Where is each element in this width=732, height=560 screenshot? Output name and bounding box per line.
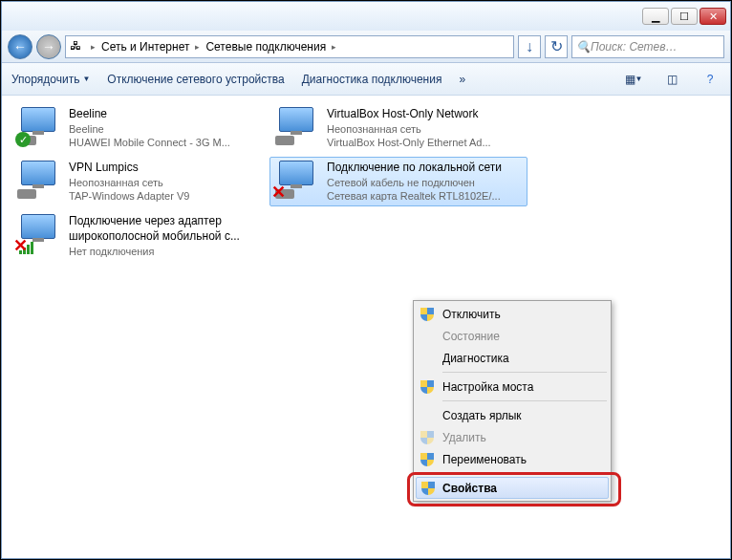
connection-sub: TAP-Windows Adapter V9 bbox=[69, 189, 266, 203]
menu-status: Состояние bbox=[416, 325, 609, 347]
connection-sub: Сетевой кабель не подключен bbox=[327, 176, 524, 189]
connection-sub: Beeline bbox=[69, 122, 266, 136]
search-input[interactable]: 🔍 Поиск: Сетев… bbox=[571, 35, 724, 58]
connection-sub: Неопознанная сеть bbox=[69, 176, 266, 189]
forward-button[interactable]: → bbox=[36, 34, 61, 59]
chevron-right-icon: ▸ bbox=[332, 42, 336, 52]
menu-properties[interactable]: Свойства bbox=[416, 477, 609, 499]
connection-sub: Нет подключения bbox=[69, 245, 266, 258]
connection-icon: ✓ bbox=[15, 107, 61, 147]
shield-icon bbox=[420, 308, 434, 321]
disable-device-button[interactable]: Отключение сетевого устройства bbox=[107, 73, 284, 86]
separator bbox=[442, 400, 607, 401]
organize-button[interactable]: Упорядочить ▼ bbox=[11, 73, 90, 86]
connection-item[interactable]: VirtualBox Host-Only Network Неопознанна… bbox=[269, 103, 527, 153]
breadcrumb-seg[interactable]: Сеть и Интернет bbox=[101, 40, 189, 54]
connection-sub: Неопознанная сеть bbox=[327, 122, 524, 136]
connection-item-selected[interactable]: ✕ Подключение по локальной сети Сетевой … bbox=[269, 157, 527, 206]
connection-item[interactable]: VPN Lumpics Неопознанная сеть TAP-Window… bbox=[11, 157, 269, 206]
toolbar: Упорядочить ▼ Отключение сетевого устрой… bbox=[2, 63, 730, 96]
connection-name: VirtualBox Host-Only Network bbox=[327, 107, 524, 122]
search-icon: 🔍 bbox=[576, 40, 591, 54]
shield-icon bbox=[420, 431, 434, 444]
window: ▁ ☐ ✕ ← → 🖧 ▸ Сеть и Интернет ▸ Сетевые … bbox=[1, 1, 731, 559]
connection-item[interactable]: ✓ Beeline Beeline HUAWEI Mobile Connect … bbox=[11, 103, 269, 153]
connection-icon bbox=[15, 161, 61, 201]
maximize-button[interactable]: ☐ bbox=[671, 8, 698, 25]
shield-icon bbox=[420, 380, 434, 394]
nav-bar: ← → 🖧 ▸ Сеть и Интернет ▸ Сетевые подклю… bbox=[2, 31, 730, 63]
menu-diagnose[interactable]: Диагностика bbox=[416, 347, 609, 369]
shield-icon bbox=[421, 482, 435, 495]
panel-icon: ◫ bbox=[667, 73, 678, 86]
context-menu: Отключить Состояние Диагностика Настройк… bbox=[413, 300, 612, 502]
titlebar: ▁ ☐ ✕ bbox=[2, 2, 730, 31]
shield-icon bbox=[420, 453, 434, 466]
chevron-right-icon: ▸ bbox=[91, 42, 96, 52]
menu-shortcut[interactable]: Создать ярлык bbox=[416, 404, 609, 426]
organize-label: Упорядочить bbox=[11, 73, 79, 86]
preview-pane-button[interactable]: ◫ bbox=[661, 69, 682, 90]
refresh-button[interactable]: ↻ bbox=[545, 35, 568, 58]
close-button[interactable]: ✕ bbox=[700, 8, 726, 25]
connection-name: Beeline bbox=[69, 107, 266, 122]
separator bbox=[442, 473, 607, 474]
help-icon: ? bbox=[707, 73, 714, 86]
menu-disable[interactable]: Отключить bbox=[416, 303, 609, 325]
connection-icon: ✕ bbox=[15, 214, 61, 254]
back-button[interactable]: ← bbox=[8, 34, 32, 59]
refresh-icon: ↓ bbox=[526, 38, 533, 55]
menu-delete: Удалить bbox=[416, 426, 609, 448]
connection-icon bbox=[273, 107, 319, 147]
more-button[interactable]: » bbox=[459, 73, 465, 86]
help-button[interactable]: ? bbox=[700, 69, 721, 90]
breadcrumb-seg[interactable]: Сетевые подключения bbox=[205, 40, 326, 54]
connection-sub: VirtualBox Host-Only Ethernet Ad... bbox=[327, 136, 524, 149]
minimize-button[interactable]: ▁ bbox=[642, 8, 669, 25]
connection-sub: Сетевая карта Realtek RTL8102E/... bbox=[327, 189, 524, 203]
connection-icon: ✕ bbox=[273, 161, 319, 201]
network-icon: 🖧 bbox=[70, 39, 85, 54]
address-bar[interactable]: 🖧 ▸ Сеть и Интернет ▸ Сетевые подключени… bbox=[65, 35, 514, 58]
chevron-down-icon: ▼ bbox=[82, 75, 90, 83]
separator bbox=[442, 372, 607, 373]
content-area: ✓ Beeline Beeline HUAWEI Mobile Connect … bbox=[2, 96, 730, 558]
view-button[interactable]: ▦▼ bbox=[623, 69, 644, 90]
refresh-button[interactable]: ↓ bbox=[518, 35, 541, 58]
chevron-down-icon: ▼ bbox=[635, 75, 643, 83]
connection-sub: HUAWEI Mobile Connect - 3G M... bbox=[69, 136, 266, 149]
menu-rename[interactable]: Переименовать bbox=[416, 448, 609, 470]
connection-name: Подключение через адаптер широкополосной… bbox=[69, 214, 266, 244]
connection-name: VPN Lumpics bbox=[69, 161, 266, 176]
menu-bridge[interactable]: Настройка моста bbox=[416, 376, 609, 398]
view-icon: ▦ bbox=[625, 73, 635, 86]
connection-item[interactable]: ✕ Подключение через адаптер широкополосн… bbox=[11, 210, 269, 261]
search-placeholder: Поиск: Сетев… bbox=[591, 40, 678, 54]
diagnose-button[interactable]: Диагностика подключения bbox=[302, 73, 442, 86]
connection-name: Подключение по локальной сети bbox=[327, 161, 524, 176]
chevron-right-icon: ▸ bbox=[195, 42, 200, 52]
